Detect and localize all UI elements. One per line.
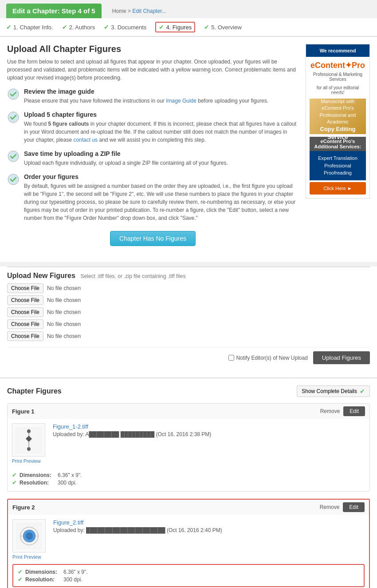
figure-2-edit-button[interactable]: Edit [343,502,365,512]
ad-logo: eContent✦Pro [310,60,366,70]
svg-point-2 [8,151,19,162]
figure-2-uploader: Uploaded by: █████████████████████ (Oct … [53,527,365,533]
dimensions-check-icon-1: ✔ [12,472,17,478]
ad-cta-button[interactable]: Click Here ► [310,182,366,195]
intro-text: Use the form below to select and upload … [7,58,298,82]
figure-2-info: Figure_2.tiff Uploaded by: █████████████… [53,519,365,560]
order-icon [7,173,20,186]
resolution-value-1: 300 dpi. [58,480,77,486]
step-4[interactable]: ✔ 4. Figures [155,22,195,32]
step-5-check: ✔ [204,24,209,31]
choose-file-btn-1[interactable]: Choose File [7,283,43,293]
figure-1-print-preview-link[interactable]: Print Preview [12,458,47,464]
figure-2-filename-link[interactable]: Figure_2.tiff [53,519,83,526]
chapter-figures-title: Chapter Figures [7,387,62,395]
dimensions-label-2: Dimensions: [25,569,61,575]
dimensions-value-1: 6.36" x 9". [58,472,82,478]
choose-file-btn-3[interactable]: Choose File [7,307,43,317]
figure-1-dimensions-row: ✔ Dimensions: 6.36" x 9". [12,472,365,478]
svg-point-1 [8,112,19,123]
step-3[interactable]: ✔ 3. Documents [104,24,146,31]
figure-1-edit-button[interactable]: Edit [343,406,365,416]
figure-item-2: Figure 2 Remove Edit [7,499,370,588]
figure-1-info: Figure_1-2.tiff Uploaded by: A████████ █… [53,423,365,464]
notify-label[interactable]: Notify Editor(s) of New Upload [228,355,307,361]
zip-icon [7,150,20,163]
file-name-3: No file chosen [47,309,81,315]
step-5[interactable]: ✔ 5. Overview [204,24,242,31]
figure-1-body: Print Preview Figure_1-2.tiff Uploaded b… [8,419,369,468]
instruction-review: Review the image guide Please ensure tha… [7,88,298,105]
resolution-check-icon-2: ✔ [18,576,23,583]
file-name-1: No file chosen [47,285,81,291]
svg-point-3 [8,174,19,185]
svg-point-8 [27,429,31,433]
resolution-label-2: Resolution: [25,576,61,583]
figure-2-print-preview-link[interactable]: Print Preview [12,554,48,560]
no-figures-button[interactable]: Chapter Has No Figures [110,231,196,246]
resolution-value-2: 300 dpi. [63,576,82,583]
figure-1-thumbnail: Print Preview [12,423,47,464]
notify-checkbox[interactable] [228,355,234,361]
figure-1-remove-link[interactable]: Remove [320,408,340,414]
file-name-5: No file chosen [47,333,81,339]
review-content: Review the image guide Please ensure tha… [24,88,268,105]
figure-1-filename-link[interactable]: Figure_1-2.tiff [53,423,88,430]
no-figures-wrapper: Chapter Has No Figures [7,231,298,246]
show-complete-details-button[interactable]: Show Complete Details ✔ [297,385,370,397]
order-content: Order your figures By default, figures w… [24,173,298,222]
dimensions-check-icon-2: ✔ [18,568,23,575]
chapter-figures-section: Chapter Figures Show Complete Details ✔ … [0,377,377,588]
step-2[interactable]: ✔ 2. Authors [62,24,95,31]
instruction-upload: Upload 5 chapter figures We found 5 figu… [7,111,298,144]
instruction-zip: Save time by uploading a ZIP file Upload… [7,150,298,167]
resolution-check-icon-1: ✔ [12,479,17,486]
figure-1-uploader: Uploaded by: A████████ █████████ (Oct 16… [53,431,365,437]
ad-services-list: Expert Translation Professional Proofrea… [310,151,366,180]
figure-1-actions: Remove Edit [320,406,365,416]
file-input-row-2: Choose File No file chosen [7,295,370,305]
file-name-4: No file chosen [47,321,81,327]
choose-file-btn-5[interactable]: Choose File [7,331,43,341]
figure-item-1: Figure 1 Remove Edit [7,403,370,492]
contact-us-link[interactable]: contact us [73,137,98,143]
figure-1-resolution-row: ✔ Resolution: 300 dpi. [12,479,365,486]
image-guide-link[interactable]: Image Guide [166,98,196,104]
figure-1-label: Figure 1 [12,408,35,415]
page-header-title: Edit a Chapter: Step 4 of 5 [6,4,102,18]
review-icon [7,88,20,100]
step-4-check: ✔ [159,24,164,31]
svg-point-7 [27,447,31,451]
step-2-check: ✔ [62,24,67,31]
upload-icon [7,111,20,123]
svg-point-0 [8,89,19,99]
instruction-order: Order your figures By default, figures w… [7,173,298,222]
file-input-row-3: Choose File No file chosen [7,307,370,317]
figure-1-header: Figure 1 Remove Edit [8,404,369,419]
figure-2-label: Figure 2 [12,504,35,511]
figure-2-header: Figure 2 Remove Edit [8,500,369,515]
figure-2-dimensions-row: ✔ Dimensions: 6.36" x 9". [18,568,359,575]
ad-tagline: Professional & Marketing Services [310,72,366,82]
upload-subtitle: Select .tiff files, or .zip file contain… [80,273,185,279]
step-3-check: ✔ [104,24,109,31]
figure-2-details: ✔ Dimensions: 6.36" x 9". ✔ Resolution: … [12,564,365,587]
ad-image: Enhance Your Manuscript with eContent Pr… [310,99,366,134]
choose-file-btn-2[interactable]: Choose File [7,295,43,305]
figure-2-remove-link[interactable]: Remove [320,504,340,510]
dimensions-value-2: 6.36" x 9". [63,569,88,575]
figure-2-resolution-row: ✔ Resolution: 300 dpi. [18,576,359,583]
upload-controls-row: Notify Editor(s) of New Upload Upload Fi… [7,347,370,364]
step-1[interactable]: ✔ 1. Chapter Info. [6,24,53,31]
file-input-row-5: Choose File No file chosen [7,331,370,341]
figure-2-thumbnail: Print Preview [12,519,48,560]
file-input-row-1: Choose File No file chosen [7,283,370,293]
resolution-label-1: Resolution: [20,480,55,486]
upload-figures-button[interactable]: Upload Figures [313,351,370,364]
figure-1-thumb-img [12,423,45,457]
figure-2-actions: Remove Edit [320,502,365,512]
ad-header: We recommend [306,44,369,57]
choose-file-btn-4[interactable]: Choose File [7,319,43,329]
chapter-figures-header: Chapter Figures Show Complete Details ✔ [7,385,370,397]
file-input-row-4: Choose File No file chosen [7,319,370,329]
